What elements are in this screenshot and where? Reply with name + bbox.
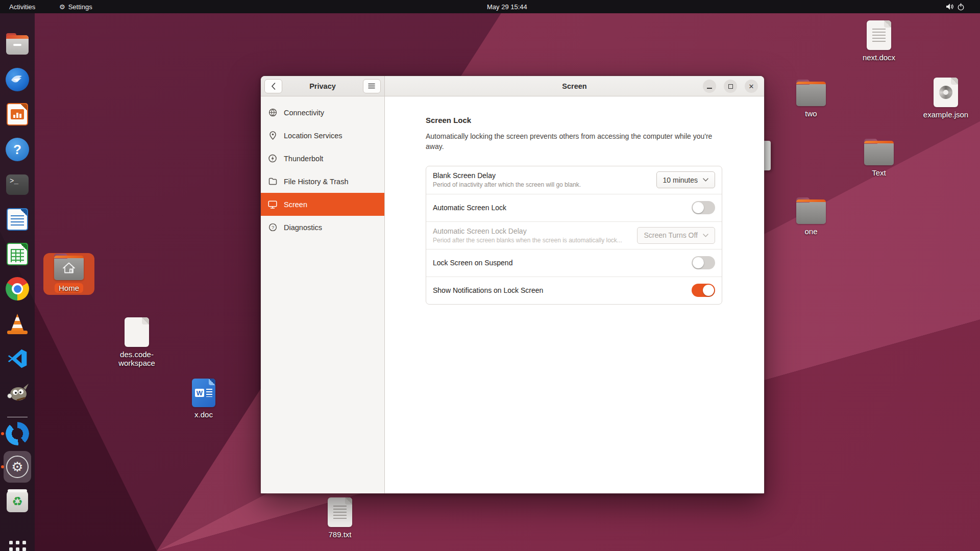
row-title: Automatic Screen Lock Delay (433, 227, 637, 235)
desktop-icon-789-txt[interactable]: 789.txt (314, 497, 365, 539)
folder-icon (796, 83, 826, 106)
toggle-knob (703, 285, 714, 296)
app-menu-button[interactable]: ⚙ Settings (55, 0, 96, 13)
libreoffice-impress-icon[interactable] (5, 102, 30, 127)
desktop-icon-label: x.doc (194, 410, 213, 419)
minimize-button[interactable] (703, 80, 716, 93)
trash-icon[interactable]: ♻ (5, 489, 30, 514)
desktop-icon-label: Text (872, 168, 886, 177)
desktop-icon-text[interactable]: Text (853, 142, 904, 177)
sidebar-item-label: Screen (284, 201, 307, 209)
lock-screen-on-suspend-toggle[interactable] (692, 256, 715, 269)
activities-button[interactable]: Activities (5, 0, 39, 13)
sidebar-item-label: Thunderbolt (284, 155, 323, 163)
sidebar-item-file-history-trash[interactable]: File History & Trash (261, 170, 384, 193)
thunderbird-icon[interactable] (5, 67, 30, 92)
section-description: Automatically locking the screen prevent… (426, 131, 719, 152)
running-indicator (1, 432, 4, 435)
menu-button[interactable] (363, 79, 381, 93)
status-area[interactable] (942, 0, 969, 13)
activities-label: Activities (9, 3, 35, 11)
desktop-icon-label: Home (55, 283, 83, 293)
vlc-icon[interactable] (5, 312, 30, 336)
vscode-icon[interactable] (5, 346, 30, 371)
folder-icon (796, 201, 826, 224)
libreoffice-writer-icon[interactable] (5, 207, 30, 232)
app-grid-icon[interactable] (5, 537, 30, 551)
gimp-icon[interactable] (5, 381, 30, 405)
blank-document-icon (125, 317, 149, 347)
toggle-knob (693, 202, 704, 213)
sidebar-list: Connectivity Location Services Thunderbo… (261, 96, 384, 239)
terminal-icon[interactable]: >_ (5, 172, 30, 197)
show-notifications-row: Show Notifications on Lock Screen (426, 277, 722, 304)
dock: ? >_ ⚙ ♻ (0, 13, 35, 551)
sidebar-item-thunderbolt[interactable]: Thunderbolt (261, 147, 384, 170)
chevron-down-icon (703, 234, 708, 237)
sidebar-title: Privacy (309, 82, 336, 90)
automatic-screen-lock-delay-dropdown[interactable]: Screen Turns Off (637, 227, 715, 244)
clock-button[interactable]: May 29 15:44 (483, 0, 531, 13)
chevron-left-icon (271, 83, 276, 90)
desktop-icon-des-code-workspace[interactable]: des.code-workspace (111, 317, 162, 368)
folder-icon (268, 177, 277, 186)
maximize-icon (728, 84, 733, 89)
desktop-icon-x-doc[interactable]: W x.doc (178, 379, 229, 419)
window-controls: ✕ (703, 76, 758, 96)
row-title: Automatic Screen Lock (433, 204, 692, 212)
maximize-button[interactable] (724, 80, 737, 93)
help-icon[interactable]: ? (5, 137, 30, 162)
folder-icon (864, 142, 894, 165)
sidebar-item-label: Location Services (284, 132, 342, 140)
back-button[interactable] (264, 79, 282, 93)
app-menu-label: Settings (68, 3, 92, 11)
globe-icon (268, 108, 277, 117)
home-folder-icon (54, 257, 84, 280)
software-updater-icon[interactable] (5, 421, 30, 446)
sidebar-item-diagnostics[interactable]: ? Diagnostics (261, 216, 384, 239)
location-pin-icon (268, 131, 277, 140)
blank-screen-delay-row: Blank Screen Delay Period of inactivity … (426, 166, 722, 194)
main-headerbar: Screen ✕ (385, 76, 764, 96)
libreoffice-calc-icon[interactable] (5, 242, 30, 266)
screen-lock-card: Blank Screen Delay Period of inactivity … (426, 166, 722, 305)
row-title: Lock Screen on Suspend (433, 259, 692, 267)
automatic-screen-lock-row: Automatic Screen Lock (426, 194, 722, 221)
clock-label: May 29 15:44 (487, 3, 527, 11)
word-document-icon: W (192, 379, 215, 407)
files-icon[interactable] (5, 33, 30, 57)
top-bar: Activities ⚙ Settings May 29 15:44 (0, 0, 980, 13)
row-subtitle: Period of inactivity after which the scr… (433, 181, 656, 188)
chevron-down-icon (703, 178, 708, 182)
volume-icon (946, 3, 954, 10)
home-icon (62, 261, 76, 274)
gear-icon: ⚙ (59, 4, 65, 10)
minimize-icon (707, 88, 712, 89)
automatic-screen-lock-toggle[interactable] (692, 201, 715, 214)
desktop-icon-two[interactable]: two (786, 83, 837, 118)
blank-screen-delay-dropdown[interactable]: 10 minutes (656, 171, 715, 188)
desktop-icon-example-json[interactable]: example.json (920, 78, 971, 119)
desktop-icon-label: example.json (923, 110, 968, 119)
settings-icon[interactable]: ⚙ (5, 455, 30, 479)
sidebar-item-location-services[interactable]: Location Services (261, 124, 384, 147)
sidebar-headerbar: Privacy (261, 76, 384, 96)
power-icon (957, 3, 965, 11)
sidebar-item-label: Diagnostics (284, 223, 322, 232)
screen-panel: Screen ✕ Screen Lock Automatically locki… (385, 76, 764, 493)
hamburger-icon (368, 83, 375, 89)
row-title: Blank Screen Delay (433, 171, 656, 180)
show-notifications-toggle[interactable] (692, 284, 715, 297)
desktop-icon-label: two (805, 109, 817, 118)
desktop-icon-one[interactable]: one (786, 201, 837, 236)
chrome-icon[interactable] (5, 277, 30, 301)
desktop-icon-home[interactable]: Home (43, 253, 94, 295)
close-button[interactable]: ✕ (745, 80, 758, 93)
desktop-icon-label: des.code-workspace (111, 350, 162, 368)
sidebar-item-connectivity[interactable]: Connectivity (261, 101, 384, 124)
dropdown-value: Screen Turns Off (644, 231, 698, 239)
desktop-icon-next-docx[interactable]: next.docx (853, 20, 904, 62)
running-indicator (1, 465, 4, 468)
sidebar-item-screen[interactable]: Screen (261, 193, 384, 216)
sidebar-item-label: Connectivity (284, 109, 324, 117)
